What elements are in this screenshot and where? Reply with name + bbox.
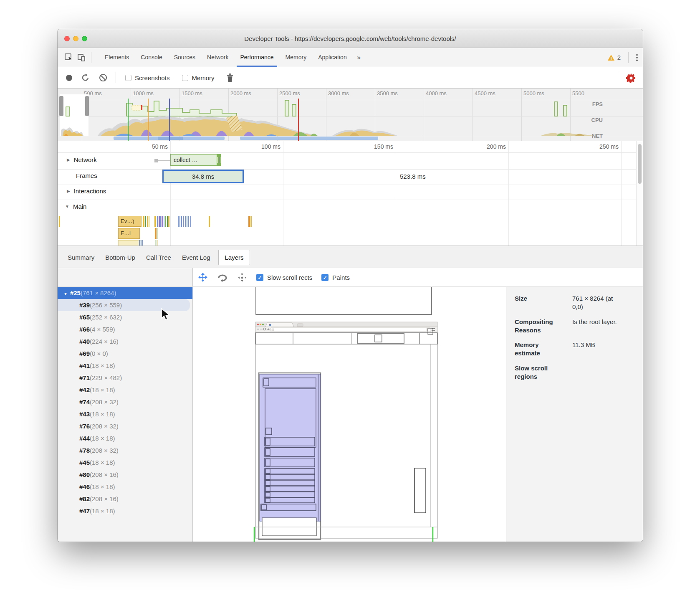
- rotate-mode-icon[interactable]: [217, 273, 228, 283]
- next-frame-duration[interactable]: 523.8 ms: [400, 173, 426, 180]
- pan-mode-icon[interactable]: [198, 273, 208, 283]
- main-event-tick[interactable]: [160, 216, 161, 227]
- layer-tree-item[interactable]: #66(4 × 559): [58, 323, 192, 335]
- main-event-tick[interactable]: [147, 216, 148, 227]
- main-event-tick[interactable]: [142, 240, 143, 246]
- main-event-tick[interactable]: [188, 216, 189, 227]
- tab-performance[interactable]: Performance: [234, 48, 279, 67]
- paints-checkbox[interactable]: ✓: [321, 274, 329, 281]
- layer-tree-item[interactable]: #71(229 × 482): [58, 372, 192, 384]
- main-event-tick[interactable]: [185, 216, 186, 227]
- layer-tree-item[interactable]: #46(18 × 18): [58, 481, 192, 493]
- layer-tree-item[interactable]: #40(224 × 16): [58, 335, 192, 347]
- main-event-tick[interactable]: [209, 216, 210, 227]
- main-event-tick[interactable]: [179, 216, 180, 227]
- console-warnings[interactable]: 2: [607, 54, 621, 61]
- main-function-bar[interactable]: F…l: [118, 228, 140, 239]
- main-event-tick[interactable]: [157, 228, 158, 239]
- tab-network[interactable]: Network: [201, 48, 234, 67]
- layer-tree-item[interactable]: #44(18 × 18): [58, 432, 192, 444]
- main-event-tick[interactable]: [141, 240, 142, 246]
- collapse-down-icon[interactable]: ▼: [65, 204, 69, 209]
- layer-tree-item[interactable]: #80(208 × 16): [58, 469, 192, 481]
- main-nested-bar[interactable]: [118, 240, 142, 246]
- bottom-tab-bottom-up[interactable]: Bottom-Up: [103, 250, 138, 265]
- layer-tree-item[interactable]: #39(256 × 559): [58, 299, 190, 311]
- layer-tree-item[interactable]: #43(18 × 18): [58, 408, 192, 420]
- main-event-tick[interactable]: [143, 216, 144, 227]
- main-event-tick[interactable]: [162, 216, 163, 227]
- main-event-tick[interactable]: [165, 216, 166, 227]
- layer-tree-item[interactable]: #42(18 × 18): [58, 384, 192, 396]
- tab-console[interactable]: Console: [135, 48, 168, 67]
- memory-checkbox[interactable]: [182, 75, 188, 81]
- main-event-tick[interactable]: [178, 216, 179, 227]
- main-event-tick[interactable]: [145, 216, 146, 227]
- tab-application[interactable]: Application: [312, 48, 353, 67]
- main-event-tick[interactable]: [149, 216, 149, 227]
- expand-right-icon[interactable]: ▶: [67, 189, 70, 193]
- main-event-tick[interactable]: [164, 216, 164, 227]
- tab-memory[interactable]: Memory: [280, 48, 313, 67]
- layer-tree-item[interactable]: #45(18 × 18): [58, 456, 192, 469]
- main-event-tick[interactable]: [59, 216, 60, 227]
- main-event-tick[interactable]: [183, 216, 184, 227]
- main-event-tick[interactable]: [155, 240, 157, 246]
- layer-tree-item[interactable]: #65(252 × 632): [58, 311, 192, 323]
- tab-elements[interactable]: Elements: [99, 48, 135, 67]
- frames-track-header[interactable]: Frames: [76, 172, 97, 179]
- device-toolbar-icon[interactable]: [75, 51, 88, 64]
- slow-scroll-toggle[interactable]: ✓ Slow scroll rects: [256, 274, 312, 281]
- reload-and-profile-icon[interactable]: [81, 73, 90, 82]
- slow-scroll-checkbox[interactable]: ✓: [256, 274, 263, 281]
- garbage-collect-icon[interactable]: [226, 73, 234, 82]
- settings-gear-icon[interactable]: [626, 73, 636, 83]
- flame-chart[interactable]: 50 ms100 ms150 ms200 ms250 ms ▶ Network …: [58, 141, 643, 246]
- selection-handle-left[interactable]: [59, 96, 63, 116]
- main-event-tick[interactable]: [159, 216, 160, 227]
- main-event-bar[interactable]: Ev…): [118, 216, 142, 227]
- record-button[interactable]: [66, 75, 72, 81]
- main-event-tick[interactable]: [154, 216, 156, 227]
- network-track-header[interactable]: ▶ Network: [67, 156, 97, 163]
- layer-tree-item[interactable]: #47(18 × 18): [58, 505, 192, 517]
- layer-tree-item[interactable]: #82(208 × 16): [58, 493, 192, 505]
- main-event-tick[interactable]: [251, 216, 252, 227]
- main-track-header[interactable]: ▼ Main: [65, 203, 86, 210]
- main-event-tick[interactable]: [248, 216, 250, 227]
- kebab-menu-icon[interactable]: [636, 54, 638, 61]
- timeline-overview[interactable]: 500 ms1000 ms1500 ms2000 ms2500 ms3000 m…: [58, 89, 643, 141]
- reset-view-icon[interactable]: [237, 273, 247, 283]
- clear-recording-icon[interactable]: [99, 73, 107, 82]
- layer-tree-item[interactable]: #41(18 × 18): [58, 360, 192, 372]
- interactions-track-header[interactable]: ▶ Interactions: [67, 187, 106, 195]
- layer-tree-item[interactable]: #76(208 × 32): [58, 420, 192, 432]
- bottom-tab-event-log[interactable]: Event Log: [179, 250, 213, 265]
- main-event-tick[interactable]: [157, 240, 158, 246]
- main-event-tick[interactable]: [139, 240, 140, 246]
- flame-scrollbar[interactable]: [636, 141, 643, 246]
- screenshots-toggle[interactable]: Screenshots: [125, 74, 169, 81]
- layer-tree-item[interactable]: #74(208 × 32): [58, 396, 192, 408]
- main-event-tick[interactable]: [168, 216, 169, 227]
- main-event-tick[interactable]: [190, 216, 191, 227]
- tab-sources[interactable]: Sources: [168, 48, 201, 67]
- more-tabs-icon[interactable]: »: [353, 48, 365, 67]
- memory-toggle[interactable]: Memory: [182, 74, 214, 81]
- collapse-down-icon[interactable]: ▼: [63, 291, 68, 296]
- layer-outline-purple[interactable]: [259, 373, 321, 540]
- main-event-tick[interactable]: [157, 216, 158, 227]
- selected-frame[interactable]: 34.8 ms: [162, 170, 244, 183]
- layer-3d-view[interactable]: [193, 287, 506, 542]
- selection-handle-right[interactable]: [85, 96, 89, 116]
- main-event-tick[interactable]: [155, 228, 157, 239]
- flame-scrollbar-thumb[interactable]: [638, 144, 642, 184]
- inspect-element-icon[interactable]: [63, 51, 75, 64]
- main-event-tick[interactable]: [181, 216, 182, 227]
- bottom-tab-call-tree[interactable]: Call Tree: [144, 250, 174, 265]
- screenshots-checkbox[interactable]: [125, 75, 131, 81]
- layer-tree-item[interactable]: ▼#25(761 × 8264): [58, 287, 192, 299]
- bottom-tab-layers[interactable]: Layers: [218, 250, 250, 265]
- main-event-tick[interactable]: [167, 216, 168, 227]
- layer-tree-item[interactable]: #69(0 × 0): [58, 347, 192, 360]
